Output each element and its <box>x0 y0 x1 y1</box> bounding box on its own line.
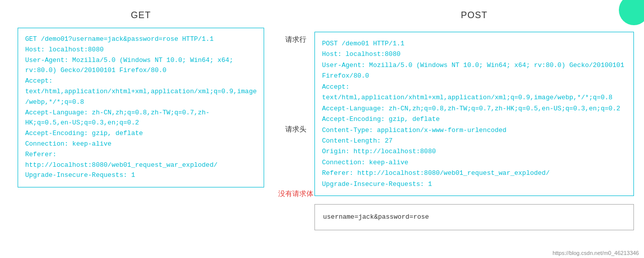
right-wrapper: 请求行 请求头 没有请求体 POST POST /demo01 HTTP/1.1… <box>272 10 634 243</box>
get-line-9: Upgrade-Insecure-Requests: 1 <box>25 170 257 181</box>
get-request-box: GET /demo01?username=jack&password=rose … <box>18 28 264 187</box>
get-line-4: Accept:text/html,application/xhtml+xml,a… <box>25 76 257 107</box>
get-line-5: Accept-Language: zh-CN,zh;q=0.8,zh-TW;q=… <box>25 108 257 129</box>
footer-link: https://blog.csdn.net/m0_46213346 <box>552 250 639 256</box>
post-line-7: Content-Type: application/x-www-form-url… <box>322 125 626 136</box>
post-header-box: POST /demo01 HTTP/1.1 Host: localhost:80… <box>314 32 634 196</box>
post-line-1: POST /demo01 HTTP/1.1 <box>322 38 626 49</box>
get-line-7: Connection: keep-alive <box>25 139 257 150</box>
post-line-8: Content-Length: 27 <box>322 136 626 146</box>
post-boxes-column: POST POST /demo01 HTTP/1.1 Host: localho… <box>314 10 634 243</box>
request-header-label: 请求头 <box>285 125 306 134</box>
post-body-content: username=jack&password=rose <box>323 213 429 221</box>
get-line-8: Referer:http://localhost:8080/web01_requ… <box>25 150 257 171</box>
post-line-12: Upgrade-Insecure-Requests: 1 <box>322 179 626 189</box>
get-line-1: GET /demo01?username=jack&password=rose … <box>25 34 257 45</box>
post-line-2: Host: localhost:8080 <box>322 49 626 59</box>
post-line-5: Accept-Language: zh-CN,zh;q=0.8,zh-TW;q=… <box>322 103 626 114</box>
post-line-3: User-Agent: Mozilla/5.0 (Windows NT 10.0… <box>322 60 626 82</box>
no-body-label: 没有请求体 <box>278 189 313 199</box>
post-line-4: Accept: text/html,application/xhtml+xml,… <box>322 82 626 103</box>
post-body-box: username=jack&password=rose <box>314 204 634 230</box>
post-line-10: Connection: keep-alive <box>322 157 626 168</box>
labels-column: 请求行 请求头 没有请求体 <box>277 10 314 243</box>
request-line-label: 请求行 <box>285 35 306 44</box>
get-line-3: User-Agent: Mozilla/5.0 (Windows NT 10.0… <box>25 55 257 77</box>
post-title: POST <box>461 10 488 20</box>
post-line-11: Referer: http://localhost:8080/web01_req… <box>322 168 626 178</box>
post-line-9: Origin: http://localhost:8080 <box>322 146 626 157</box>
get-title: GET <box>131 10 151 21</box>
get-line-2: Host: localhost:8080 <box>25 45 257 55</box>
get-line-6: Accept-Encoding: gzip, deflate <box>25 128 257 139</box>
get-column: GET GET /demo01?username=jack&password=r… <box>10 10 272 243</box>
post-line-6: Accept-Encoding: gzip, deflate <box>322 114 626 124</box>
